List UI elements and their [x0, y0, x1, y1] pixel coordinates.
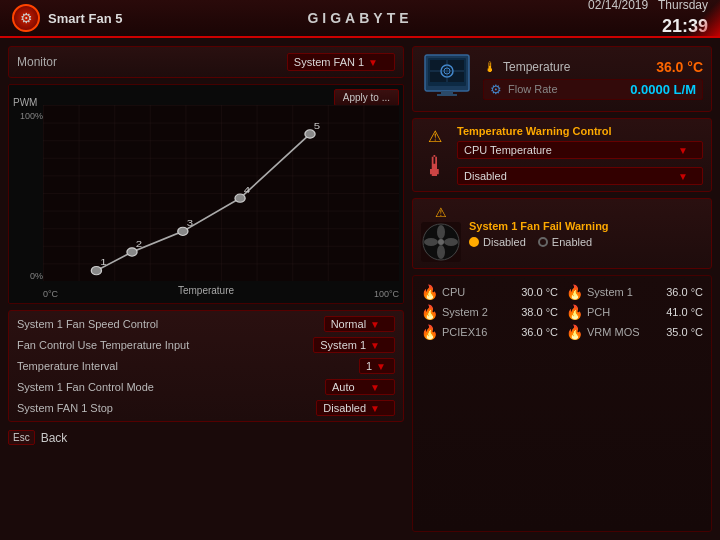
pcie-value: 36.0 °C	[521, 326, 558, 338]
right-panel: 🌡 Temperature 36.0 °C ⚙ Flow Rate 0.0000…	[412, 46, 712, 532]
fan-icon-col: ⚠	[421, 205, 461, 262]
y-axis-labels: 100% 0%	[13, 111, 43, 281]
chip-icon-sys2: 🔥	[421, 304, 438, 320]
svg-point-3	[127, 248, 137, 256]
monitor-row: Monitor System FAN 1 ▼	[17, 53, 395, 71]
vrm-label: VRM MOS	[587, 326, 640, 338]
warning-control-card: ⚠ 🌡 Temperature Warning Control CPU Temp…	[412, 118, 712, 192]
flow-rate-label: Flow Rate	[508, 83, 558, 95]
svg-rect-20	[437, 94, 457, 96]
temp-input-label: Fan Control Use Temperature Input	[17, 339, 189, 351]
gear-icon: ⚙	[12, 4, 40, 32]
chip-icon-pch: 🔥	[566, 304, 583, 320]
speed-control-dropdown[interactable]: Normal ▼	[324, 316, 395, 332]
back-button-area[interactable]: Esc Back	[8, 428, 404, 447]
temperature-label: Temperature	[503, 60, 570, 74]
svg-rect-1	[43, 105, 399, 281]
svg-text:5: 5	[314, 121, 321, 131]
svg-point-25	[444, 238, 458, 246]
svg-point-4	[178, 227, 188, 235]
fan-stop-dropdown[interactable]: Disabled ▼	[316, 400, 395, 416]
chip-icon-cpu: 🔥	[421, 284, 438, 300]
fan-spin-icon: ⚙	[490, 82, 502, 97]
time-display: 21:39	[588, 14, 708, 39]
sensor-pch: 🔥 PCH 41.0 °C	[566, 304, 703, 320]
chevron-down-icon: ▼	[370, 319, 380, 330]
monitor-dropdown[interactable]: System FAN 1 ▼	[287, 53, 395, 71]
sys2-label: System 2	[442, 306, 488, 318]
warning-right: Temperature Warning Control CPU Temperat…	[457, 125, 703, 185]
radio-enabled[interactable]: Enabled	[538, 236, 592, 248]
svg-text:4: 4	[244, 185, 251, 195]
warning-triangle-icon: ⚠	[428, 127, 442, 146]
pwm-max-label: 100%	[20, 111, 43, 121]
temp-input-dropdown[interactable]: System 1 ▼	[313, 337, 395, 353]
fan-fail-radio-group: Disabled Enabled	[469, 236, 703, 248]
pch-label: PCH	[587, 306, 610, 318]
date-display: 02/14/2019 Thursday	[588, 0, 708, 14]
radio-disabled[interactable]: Disabled	[469, 236, 526, 248]
main-content: Monitor System FAN 1 ▼ Apply to ... 100%…	[0, 38, 720, 540]
fan-fail-title: System 1 Fan Fail Warning	[469, 220, 703, 232]
setting-row-temp-input: Fan Control Use Temperature Input System…	[17, 336, 395, 354]
svg-point-6	[305, 130, 315, 138]
setting-row-control-mode: System 1 Fan Control Mode Auto ▼	[17, 378, 395, 396]
radio-dot-enabled	[538, 237, 548, 247]
fan-stop-label: System FAN 1 Stop	[17, 402, 113, 414]
svg-point-5	[235, 194, 245, 202]
sensor-grid-inner: 🔥 CPU 30.0 °C 🔥 System 1 36.0 °C 🔥 Syste…	[421, 284, 703, 340]
back-label: Back	[41, 431, 68, 445]
chevron-down-icon: ▼	[678, 145, 688, 156]
flow-rate-value: 0.0000 L/M	[630, 82, 696, 97]
svg-point-24	[437, 225, 445, 239]
fan-warn-right: System 1 Fan Fail Warning Disabled Enabl…	[469, 220, 703, 248]
svg-rect-19	[441, 91, 453, 94]
radio-dot-disabled	[469, 237, 479, 247]
chevron-down-icon: ▼	[370, 403, 380, 414]
chip-icon-sys1: 🔥	[566, 284, 583, 300]
apply-to-button[interactable]: Apply to ...	[334, 89, 399, 106]
fan-icon	[421, 222, 461, 262]
setting-row-interval: Temperature Interval 1 ▼	[17, 357, 395, 375]
warning-source-dropdown[interactable]: CPU Temperature ▼	[457, 141, 703, 159]
warning-state-dropdown[interactable]: Disabled ▼	[457, 167, 703, 185]
left-panel: Monitor System FAN 1 ▼ Apply to ... 100%…	[8, 46, 404, 532]
sys2-value: 38.0 °C	[521, 306, 558, 318]
control-mode-dropdown[interactable]: Auto ▼	[325, 379, 395, 395]
chip-icon-vrm: 🔥	[566, 324, 583, 340]
chart-svg: 1 2 3 4 5	[43, 105, 399, 281]
interval-label: Temperature Interval	[17, 360, 118, 372]
sensor-pciex16: 🔥 PCIEX16 36.0 °C	[421, 324, 558, 340]
pwm-min-label: 0%	[30, 271, 43, 281]
chevron-down-icon: ▼	[370, 382, 380, 393]
pcie-label: PCIEX16	[442, 326, 487, 338]
pwm-axis-label: PWM	[13, 97, 37, 108]
sensor-temp-grid: 🔥 CPU 30.0 °C 🔥 System 1 36.0 °C 🔥 Syste…	[412, 275, 712, 532]
fan-fail-warning-card: ⚠ System 1 Fan Fail Warning	[412, 198, 712, 269]
warning-icon-col: ⚠ 🌡	[421, 125, 449, 185]
chevron-down-icon: ▼	[370, 340, 380, 351]
pc-icon	[421, 53, 473, 105]
logo-area: ⚙ Smart Fan 5	[12, 4, 122, 32]
warning-icon: ⚠	[435, 205, 447, 220]
cpu-value: 30.0 °C	[521, 286, 558, 298]
sys1-label: System 1	[587, 286, 633, 298]
thermometer-icon: 🌡	[483, 59, 497, 75]
fan-curve-chart: Apply to ... 100% 0% PWM	[8, 84, 404, 304]
chip-icon-pcie: 🔥	[421, 324, 438, 340]
sensor-system1: 🔥 System 1 36.0 °C	[566, 284, 703, 300]
pch-value: 41.0 °C	[666, 306, 703, 318]
interval-dropdown[interactable]: 1 ▼	[359, 358, 395, 374]
svg-point-2	[91, 267, 101, 275]
control-mode-label: System 1 Fan Control Mode	[17, 381, 154, 393]
datetime-display: 02/14/2019 Thursday 21:39	[588, 0, 708, 39]
svg-text:1: 1	[100, 257, 107, 267]
brand-logo: GIGABYTE	[307, 10, 412, 26]
chart-grid-area[interactable]: 1 2 3 4 5	[43, 105, 399, 281]
flow-rate-row: ⚙ Flow Rate 0.0000 L/M	[483, 79, 703, 100]
svg-point-26	[437, 245, 445, 259]
speed-control-label: System 1 Fan Speed Control	[17, 318, 158, 330]
temperature-value: 36.0 °C	[656, 59, 703, 75]
temperature-card: 🌡 Temperature 36.0 °C ⚙ Flow Rate 0.0000…	[412, 46, 712, 112]
temp-reading-row: 🌡 Temperature 36.0 °C	[483, 59, 703, 75]
